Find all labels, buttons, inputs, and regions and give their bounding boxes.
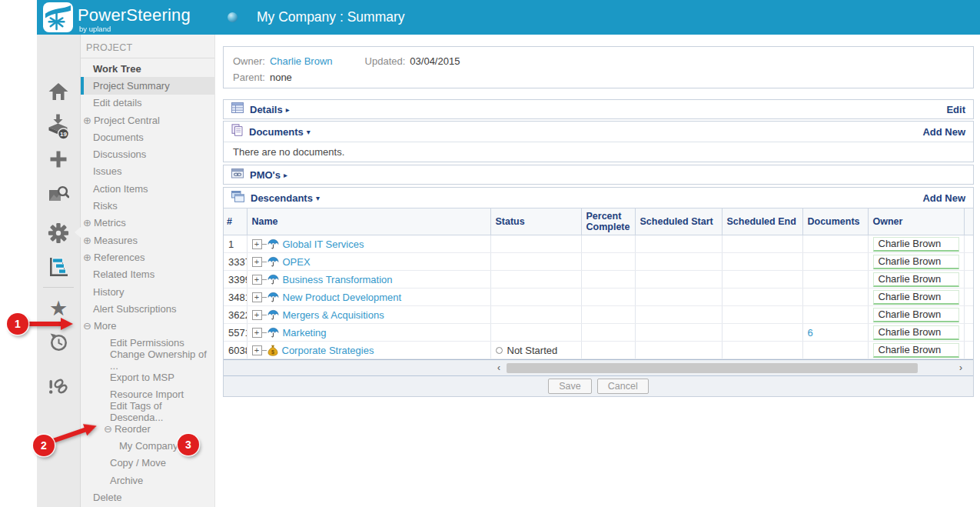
scheduled-start-cell[interactable] bbox=[635, 289, 722, 306]
scheduled-start-cell[interactable] bbox=[635, 271, 722, 289]
menu-item-alert-subscriptions[interactable]: Alert Subscriptions bbox=[81, 300, 214, 317]
column-header-percent-complete[interactable]: Percent Complete bbox=[581, 208, 635, 235]
scheduled-end-cell[interactable] bbox=[722, 306, 802, 324]
owner-field[interactable]: Charlie Brown bbox=[873, 272, 959, 287]
tree-expander-icon[interactable]: + bbox=[252, 292, 262, 302]
tree-expander-icon[interactable]: + bbox=[252, 328, 262, 338]
menu-item-change-ownership-of[interactable]: Change Ownership of ... bbox=[81, 352, 214, 369]
tree-expander-icon[interactable]: + bbox=[252, 257, 262, 267]
status-cell[interactable] bbox=[490, 324, 581, 342]
column-header-owner[interactable]: Owner bbox=[868, 208, 964, 235]
pmos-section-bar[interactable]: PMO's bbox=[223, 165, 974, 185]
owner-field[interactable]: Charlie Brown bbox=[873, 325, 959, 340]
percent-complete-cell[interactable] bbox=[581, 271, 635, 289]
plus-icon[interactable] bbox=[37, 149, 80, 169]
expand-plus-icon[interactable]: ⊕ bbox=[83, 252, 91, 262]
percent-complete-cell[interactable] bbox=[581, 306, 635, 324]
details-edit-link[interactable]: Edit bbox=[946, 104, 965, 115]
expand-plus-icon[interactable]: ⊕ bbox=[83, 115, 91, 125]
cancel-button[interactable]: Cancel bbox=[597, 379, 649, 394]
owner-field[interactable]: Charlie Brown bbox=[873, 308, 959, 322]
horizontal-scrollbar[interactable]: ‹ › bbox=[224, 359, 973, 375]
scheduled-end-cell[interactable] bbox=[722, 271, 802, 289]
history-icon[interactable] bbox=[37, 331, 80, 354]
search-image-icon[interactable] bbox=[37, 184, 80, 204]
scheduled-end-cell[interactable] bbox=[722, 253, 802, 271]
owner-field[interactable]: Charlie Brown bbox=[873, 290, 959, 305]
save-button[interactable]: Save bbox=[548, 379, 592, 394]
descendant-name-link[interactable]: Corporate Strategies bbox=[282, 345, 374, 356]
scheduled-end-cell[interactable] bbox=[722, 342, 802, 359]
percent-complete-cell[interactable] bbox=[581, 342, 635, 359]
menu-item-more[interactable]: ⊖More bbox=[81, 317, 214, 334]
tree-expander-icon[interactable]: + bbox=[252, 310, 262, 320]
column-header-scheduled-start[interactable]: Scheduled Start bbox=[635, 208, 722, 235]
menu-item-project-summary[interactable]: Project Summary bbox=[81, 77, 214, 94]
status-cell[interactable] bbox=[490, 306, 581, 324]
scheduled-start-cell[interactable] bbox=[635, 235, 722, 253]
owner-link[interactable]: Charlie Brown bbox=[270, 55, 333, 67]
descendant-name-link[interactable]: Business Transformation bbox=[283, 274, 393, 285]
descendant-name-link[interactable]: New Product Development bbox=[283, 292, 402, 303]
tree-expander-icon[interactable]: + bbox=[252, 345, 262, 355]
scheduled-start-cell[interactable] bbox=[635, 253, 722, 271]
owner-field[interactable]: Charlie Brown bbox=[873, 343, 959, 358]
home-icon[interactable] bbox=[37, 81, 80, 102]
menu-item-edit-tags-of-descenda[interactable]: Edit Tags of Descenda... bbox=[81, 403, 214, 420]
column-header-name[interactable]: Name bbox=[247, 208, 490, 235]
column-header-scheduled-end[interactable]: Scheduled End bbox=[722, 208, 802, 235]
scheduled-start-cell[interactable] bbox=[635, 342, 722, 359]
scroll-left-arrow-icon[interactable]: ‹ bbox=[497, 360, 500, 375]
menu-item-archive[interactable]: Archive bbox=[81, 472, 214, 489]
scheduled-end-cell[interactable] bbox=[722, 289, 802, 306]
percent-complete-cell[interactable] bbox=[581, 253, 635, 271]
menu-item-metrics[interactable]: ⊕Metrics bbox=[81, 215, 214, 232]
status-cell[interactable] bbox=[490, 271, 581, 289]
tree-expander-icon[interactable]: + bbox=[252, 239, 262, 249]
documents-add-new-link[interactable]: Add New bbox=[922, 126, 965, 138]
menu-item-delete[interactable]: Delete bbox=[81, 489, 214, 505]
owner-field[interactable]: Charlie Brown bbox=[873, 237, 959, 252]
column-header-[interactable]: # bbox=[224, 208, 247, 235]
descendant-name-link[interactable]: Mergers & Acquisitions bbox=[283, 309, 384, 321]
brand-logo[interactable]: PowerSteering by upland bbox=[43, 2, 191, 35]
menu-item-work-tree[interactable]: Work Tree bbox=[81, 60, 214, 77]
broken-link-icon[interactable] bbox=[37, 374, 80, 399]
descendants-section-bar[interactable]: Descendants Add New bbox=[224, 188, 973, 208]
percent-complete-cell[interactable] bbox=[581, 235, 635, 253]
gantt-chart-icon[interactable] bbox=[37, 255, 80, 279]
menu-item-risks[interactable]: Risks bbox=[81, 197, 214, 214]
menu-item-discussions[interactable]: Discussions bbox=[81, 145, 214, 162]
descendant-name-link[interactable]: Marketing bbox=[283, 327, 327, 339]
collapse-minus-icon[interactable]: ⊖ bbox=[104, 424, 112, 434]
descendant-name-link[interactable]: OPEX bbox=[283, 256, 311, 268]
menu-item-history[interactable]: History bbox=[81, 283, 214, 300]
documents-section-bar[interactable]: Documents Add New bbox=[224, 122, 973, 142]
menu-item-related-items[interactable]: Related Items bbox=[81, 266, 214, 283]
scheduled-start-cell[interactable] bbox=[635, 306, 722, 324]
scrollbar-thumb[interactable] bbox=[507, 363, 918, 373]
menu-item-issues[interactable]: Issues bbox=[81, 163, 214, 180]
status-cell[interactable] bbox=[490, 253, 581, 271]
scheduled-end-cell[interactable] bbox=[722, 324, 802, 342]
descendants-add-new-link[interactable]: Add New bbox=[922, 192, 965, 204]
menu-item-project-central[interactable]: ⊕Project Central bbox=[81, 112, 214, 128]
status-cell[interactable] bbox=[490, 235, 581, 253]
owner-field[interactable]: Charlie Brown bbox=[873, 255, 959, 269]
gear-icon[interactable] bbox=[37, 222, 80, 245]
menu-item-copy-move[interactable]: Copy / Move bbox=[81, 455, 214, 472]
inbox-download-icon[interactable]: 19 bbox=[37, 113, 80, 141]
percent-complete-cell[interactable] bbox=[581, 289, 635, 306]
scroll-right-arrow-icon[interactable]: › bbox=[959, 360, 962, 375]
scheduled-start-cell[interactable] bbox=[635, 324, 722, 342]
menu-item-documents[interactable]: Documents bbox=[81, 128, 214, 145]
expand-plus-icon[interactable]: ⊕ bbox=[83, 235, 91, 245]
menu-item-action-items[interactable]: Action Items bbox=[81, 180, 214, 197]
expand-plus-icon[interactable]: ⊕ bbox=[83, 218, 91, 228]
column-header-status[interactable]: Status bbox=[490, 208, 581, 235]
menu-item-measures[interactable]: ⊕Measures bbox=[81, 232, 214, 248]
percent-complete-cell[interactable] bbox=[581, 324, 635, 342]
menu-item-references[interactable]: ⊕References bbox=[81, 248, 214, 265]
column-header-documents[interactable]: Documents bbox=[802, 208, 868, 235]
tree-expander-icon[interactable]: + bbox=[252, 275, 262, 285]
